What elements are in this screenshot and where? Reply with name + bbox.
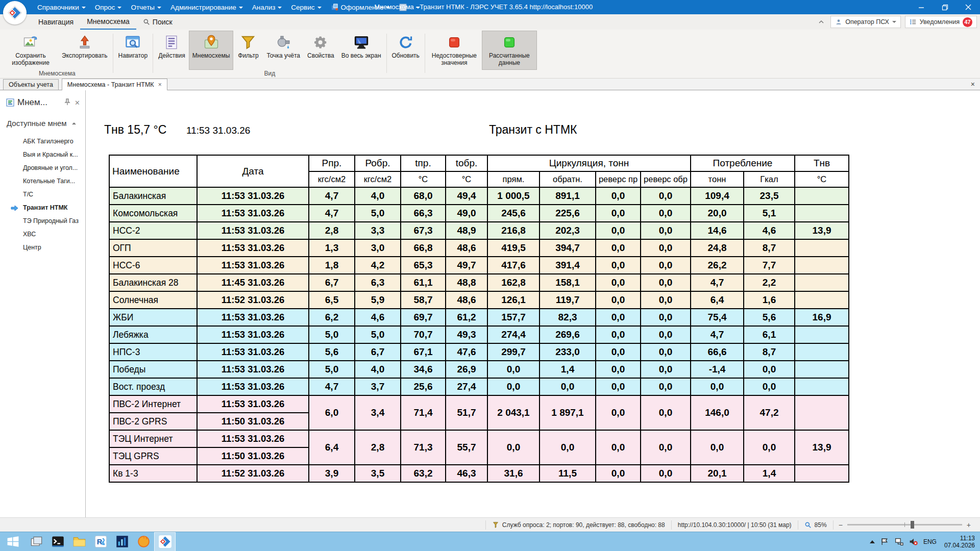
ribbon-button-label: Недостоверные значения [430, 53, 478, 66]
save-image-button[interactable]: Сохранить изображение [3, 31, 58, 70]
hidden-icons-button[interactable] [870, 540, 875, 543]
calculated-data-button[interactable]: Рассчитанные данные [482, 31, 537, 70]
folder-taskbar-icon[interactable] [68, 532, 90, 551]
sidebar-item[interactable]: Транзит НТМК [0, 201, 85, 214]
value-cell: 1,8 [309, 257, 355, 274]
export-button[interactable]: Экспортировать [58, 31, 111, 70]
zoom-slider[interactable]: − + [833, 520, 980, 530]
menubar-item[interactable]: Справочники [33, 0, 90, 14]
document-tab[interactable]: Мнемосхема - Транзит НТМК× [62, 79, 167, 90]
network-icon[interactable] [895, 537, 903, 546]
table-row: НСС-611:53 31.03.261,84,265,349,7417,639… [109, 257, 849, 274]
terminal-taskbar-icon[interactable] [47, 532, 68, 551]
zoom-in-button[interactable]: + [967, 521, 971, 529]
chevron-down-icon [892, 21, 896, 23]
value-cell: 0,0 [641, 309, 691, 326]
value-cell: 1 897,1 [540, 395, 596, 430]
actions-button[interactable]: Действия [155, 31, 189, 70]
value-cell: 26,2 [691, 257, 744, 274]
point-name-cell: ПВС-2 Интернет [109, 395, 197, 413]
ribbon-collapse-button[interactable] [816, 20, 826, 24]
properties-button[interactable]: Свойства [304, 31, 338, 70]
close-button[interactable] [957, 0, 980, 14]
measure-point-button[interactable]: Точка учёта [263, 31, 304, 70]
value-cell: 5,1 [744, 205, 795, 222]
sidebar-section-header[interactable]: Доступные мнем [0, 108, 85, 132]
user-label: Оператор ПСХ [845, 18, 889, 26]
value-cell [795, 187, 849, 205]
zoom-out-button[interactable]: − [839, 521, 843, 529]
sidebar-item[interactable]: ХВС [0, 228, 85, 241]
flag-icon[interactable] [880, 537, 889, 546]
sidebar-item[interactable]: ТЭ Природный Газ [0, 214, 85, 228]
ribbon-group: Сохранить изображениеЭкспортироватьМнемо… [3, 31, 111, 78]
mnemoschemes-button[interactable]: Мнемосхемы [189, 31, 234, 70]
r-app-taskbar-icon[interactable]: R [90, 532, 111, 551]
value-cell: 0,0 [596, 309, 641, 326]
invalid-values-button[interactable]: Недостоверные значения [427, 31, 482, 70]
user-menu[interactable]: Оператор ПСХ [830, 16, 901, 28]
lers-taskbar-icon[interactable] [154, 532, 176, 551]
notifications-button[interactable]: Уведомления 47 [905, 16, 977, 28]
ribbon-group-separator [425, 34, 425, 73]
menubar-item[interactable]: Опрос [90, 0, 127, 14]
window-title: Мнемосхема - Транзит НТМК - ЛЭРС УЧЕТ 3.… [374, 0, 593, 14]
pin-icon[interactable] [63, 98, 71, 108]
value-cell: 6,7 [309, 274, 355, 291]
minimize-button[interactable] [910, 0, 933, 14]
language-indicator[interactable]: ENG [923, 538, 937, 545]
sidebar-item[interactable]: Выя и Красный к... [0, 148, 85, 161]
list-icon [910, 18, 917, 26]
zoom-slider-thumb[interactable] [911, 521, 914, 529]
document-tab[interactable]: Объекты учета [3, 79, 59, 90]
sidebar-item[interactable]: АБК Тагилэнерго [0, 135, 85, 148]
sidebar-item-label: Котельные Таги... [23, 178, 75, 185]
sidebar-item[interactable]: Котельные Таги... [0, 174, 85, 188]
menubar-item[interactable]: Анализ [248, 0, 287, 14]
sidebar-item[interactable]: Дровяные и угол... [0, 161, 85, 174]
close-icon[interactable]: × [158, 82, 162, 88]
value-cell [795, 291, 849, 309]
close-icon[interactable]: × [971, 81, 975, 88]
ribbon-button-label: Фильтр [238, 53, 258, 60]
navigator-button[interactable]: Навигатор [115, 31, 152, 70]
fullscreen-button[interactable]: Во весь экран [338, 31, 385, 70]
column-header: реверс пр [596, 171, 641, 187]
ribbon-tab-поиск[interactable]: Поиск [136, 14, 179, 30]
firefox-taskbar-icon[interactable] [133, 532, 154, 551]
sidebar-item[interactable]: Т/С [0, 188, 85, 201]
menubar-item[interactable]: Сервис [286, 0, 326, 14]
value-cell: 1 000,5 [487, 187, 540, 205]
ribbon-tab-навигация[interactable]: Навигация [32, 14, 80, 30]
zoom-segment: 85% [798, 520, 833, 530]
date-cell: 11:53 31.03.26 [197, 343, 309, 361]
chart-app-taskbar-icon[interactable] [111, 532, 133, 551]
filter-button[interactable]: Фильтр [233, 31, 263, 70]
ribbon-group: Навигатор [115, 31, 152, 78]
value-cell: 216,8 [487, 222, 540, 239]
taskbar-date: 07.04.2026 [944, 542, 975, 549]
value-cell: 0,0 [641, 291, 691, 309]
file-manager-taskbar-icon[interactable] [26, 532, 47, 551]
sidebar-item[interactable]: Центр [0, 241, 85, 254]
start-button[interactable] [0, 532, 26, 551]
mnemoschemes-sidebar: Мнем... ✕ Доступные мнем АБК Тагилэнерго… [0, 90, 86, 517]
menubar-item[interactable]: Отчеты [126, 0, 166, 14]
date-cell: 11:53 31.03.26 [197, 309, 309, 326]
restore-button[interactable] [933, 0, 957, 14]
value-cell: 394,7 [540, 239, 596, 257]
notifications-label: Уведомления [920, 18, 960, 26]
close-icon[interactable]: ✕ [75, 99, 80, 107]
menubar-item[interactable]: Администрирование [166, 0, 248, 14]
value-cell: 4,0 [355, 361, 401, 378]
zoom-slider-track[interactable] [847, 524, 962, 525]
taskbar-clock[interactable]: 11:13 07.04.2026 [942, 535, 975, 549]
chevron-down-icon [239, 7, 243, 9]
volume-muted-icon[interactable] [909, 537, 918, 546]
refresh-button[interactable]: Обновить [388, 31, 423, 70]
date-cell: 11:53 31.03.26 [197, 378, 309, 395]
ribbon-tab-мнемосхема[interactable]: Мнемосхема [80, 14, 136, 30]
value-cell [795, 395, 849, 430]
ribbon-button-label: Обновить [392, 53, 420, 60]
value-cell: 4,6 [355, 309, 401, 326]
